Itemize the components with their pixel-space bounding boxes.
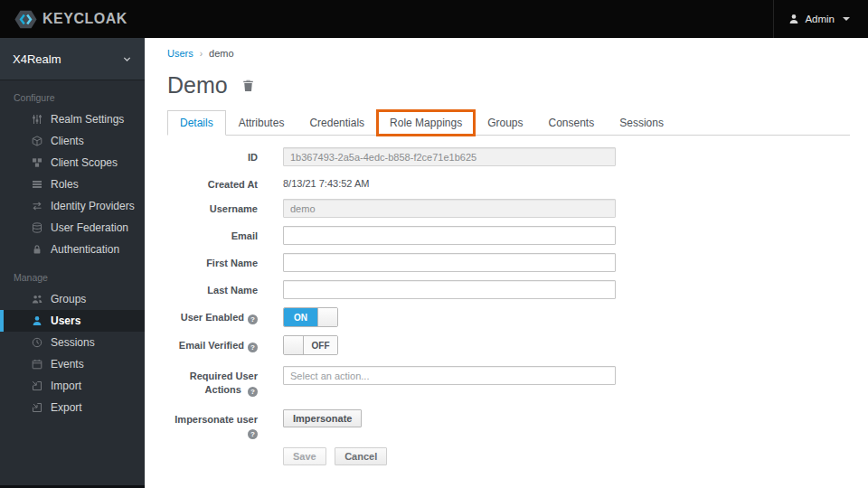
sidebar-item-groups[interactable]: Groups xyxy=(0,288,145,310)
lock-icon xyxy=(31,244,42,255)
tab-credentials[interactable]: Credentials xyxy=(297,110,377,136)
sidebar-item-client-scopes[interactable]: Client Scopes xyxy=(0,152,145,174)
user-enabled-label: User Enabled? xyxy=(167,307,258,327)
brand-text: KEYCLOAK xyxy=(42,11,127,27)
question-circle-icon: ? xyxy=(248,387,258,397)
email-field[interactable] xyxy=(283,226,616,245)
last-name-label: Last Name xyxy=(167,280,258,299)
breadcrumb-users-link[interactable]: Users xyxy=(167,48,193,59)
toggle-on-label: ON xyxy=(284,308,317,326)
sidebar-item-label: Identity Providers xyxy=(51,200,135,212)
page-title: Demo xyxy=(167,72,228,99)
email-verified-label: Email Verified? xyxy=(167,335,258,358)
sidebar-item-label: Sessions xyxy=(51,336,95,349)
first-name-field[interactable] xyxy=(283,253,616,272)
impersonate-button[interactable]: Impersonate xyxy=(283,409,362,427)
required-user-actions-select[interactable] xyxy=(283,366,616,385)
cancel-button[interactable]: Cancel xyxy=(335,447,387,465)
calendar-icon xyxy=(31,359,42,370)
username-label: Username xyxy=(167,199,258,218)
sidebar-item-users[interactable]: Users xyxy=(0,310,145,332)
sidebar-item-label: Clients xyxy=(51,135,84,147)
email-verified-toggle[interactable]: OFF xyxy=(283,335,338,355)
sidebar-item-label: Realm Settings xyxy=(51,113,124,126)
trash-icon xyxy=(241,79,255,92)
sidebar-item-identity-providers[interactable]: Identity Providers xyxy=(0,195,145,217)
save-button[interactable]: Save xyxy=(283,447,326,465)
user-icon xyxy=(31,315,42,326)
clock-icon xyxy=(31,337,42,348)
main-content: Users › demo Demo Details Attributes Cre… xyxy=(145,38,868,488)
user-tabs: Details Attributes Credentials Role Mapp… xyxy=(167,110,850,136)
tab-details[interactable]: Details xyxy=(167,110,226,136)
tab-sessions[interactable]: Sessions xyxy=(607,110,676,136)
id-field xyxy=(283,147,616,166)
sidebar-item-label: Export xyxy=(51,401,82,414)
sidebar-item-import[interactable]: Import xyxy=(0,375,145,397)
tab-attributes[interactable]: Attributes xyxy=(226,110,297,136)
breadcrumb: Users › demo xyxy=(167,48,850,59)
first-name-label: First Name xyxy=(167,253,258,272)
tab-consents[interactable]: Consents xyxy=(536,110,608,136)
required-user-actions-label: Required User Actions ? xyxy=(167,366,258,396)
section-label-manage: Manage xyxy=(0,260,145,288)
breadcrumb-separator: › xyxy=(200,49,203,59)
admin-label: Admin xyxy=(805,14,835,24)
chevron-down-icon xyxy=(843,17,850,21)
user-details-form: ID Created At 8/13/21 7:43:52 AM Usernam… xyxy=(167,147,850,465)
sidebar-item-label: Authentication xyxy=(51,243,119,256)
sidebar-item-realm-settings[interactable]: Realm Settings xyxy=(0,108,145,130)
sidebar-item-roles[interactable]: Roles xyxy=(0,174,145,195)
impersonate-user-label: Impersonate user? xyxy=(167,409,258,439)
admin-menu[interactable]: Admin xyxy=(773,0,868,38)
exchange-arrows-icon xyxy=(31,201,42,211)
tab-groups[interactable]: Groups xyxy=(475,110,535,136)
realm-name: X4Realm xyxy=(13,52,61,66)
keycloak-hexagon-icon xyxy=(14,8,37,31)
cube-icon xyxy=(31,136,42,146)
cubes-icon xyxy=(31,157,42,168)
question-circle-icon: ? xyxy=(248,343,258,352)
created-at-label: Created At xyxy=(167,174,258,191)
sidebar-item-label: Client Scopes xyxy=(51,156,118,169)
keycloak-logo[interactable]: KEYCLOAK xyxy=(0,8,127,31)
top-navbar: KEYCLOAK Admin xyxy=(0,0,868,38)
breadcrumb-current: demo xyxy=(209,48,234,59)
user-icon xyxy=(788,14,799,24)
rows-icon xyxy=(31,179,42,190)
actions-spacer xyxy=(167,447,258,465)
sidebar-item-clients[interactable]: Clients xyxy=(0,130,145,152)
sidebar-item-label: User Federation xyxy=(51,221,128,234)
sidebar-item-label: Import xyxy=(51,380,81,392)
import-icon xyxy=(31,380,42,391)
user-enabled-toggle[interactable]: ON xyxy=(283,307,338,327)
database-icon xyxy=(31,222,42,233)
users-group-icon xyxy=(31,294,42,305)
sliders-icon xyxy=(31,114,42,125)
tab-role-mappings[interactable]: Role Mappings xyxy=(377,110,475,136)
toggle-handle xyxy=(317,308,337,326)
toggle-off-label: OFF xyxy=(304,336,337,354)
sidebar-item-label: Groups xyxy=(51,293,86,305)
sidebar-item-sessions[interactable]: Sessions xyxy=(0,332,145,353)
export-icon xyxy=(31,402,42,413)
sidebar-item-events[interactable]: Events xyxy=(0,353,145,375)
created-at-value: 8/13/21 7:43:52 AM xyxy=(283,174,616,189)
sidebar-item-user-federation[interactable]: User Federation xyxy=(0,217,145,239)
section-label-configure: Configure xyxy=(0,80,145,108)
sidebar-item-label: Events xyxy=(51,358,84,371)
sidebar-item-authentication[interactable]: Authentication xyxy=(0,239,145,260)
toggle-handle xyxy=(284,336,304,354)
id-label: ID xyxy=(167,147,258,166)
sidebar-item-label: Users xyxy=(51,314,80,327)
delete-user-button[interactable] xyxy=(241,79,255,92)
username-field xyxy=(283,199,616,218)
sidebar-item-export[interactable]: Export xyxy=(0,397,145,418)
question-circle-icon: ? xyxy=(248,314,258,324)
sidebar: X4Realm Configure Realm Settings Clients… xyxy=(0,38,145,485)
last-name-field[interactable] xyxy=(283,280,616,299)
chevron-down-icon xyxy=(122,54,132,64)
realm-switcher[interactable]: X4Realm xyxy=(0,38,145,80)
question-circle-icon: ? xyxy=(248,429,258,439)
email-label: Email xyxy=(167,226,258,245)
